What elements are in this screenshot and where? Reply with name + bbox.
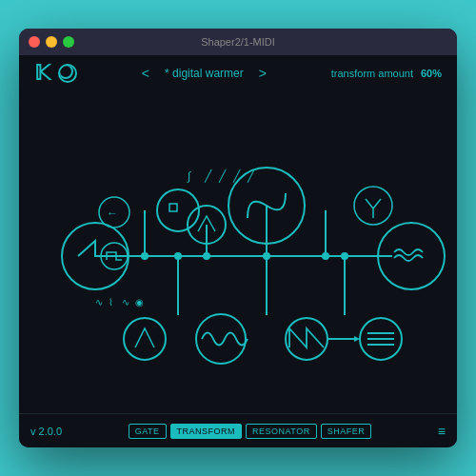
transform-value: 60% (421, 68, 442, 79)
svg-text:⌇: ⌇ (109, 297, 113, 307)
main-window: Shaper2/1-MIDI 𝕂 < * digital warmer > tr… (19, 29, 457, 447)
synth-canvas: ∫ ╱ ╱ ╱ ╱ ← (30, 91, 446, 406)
svg-point-27 (354, 187, 392, 225)
svg-text:∫: ∫ (187, 169, 191, 183)
logo-k-icon: 𝕂 (34, 63, 50, 84)
close-button[interactable] (29, 36, 40, 48)
svg-point-33 (124, 318, 166, 360)
tab-transform[interactable]: TRANSFORM (170, 424, 243, 439)
svg-text:∿: ∿ (122, 297, 129, 307)
svg-text:╱: ╱ (204, 169, 212, 183)
prev-preset-button[interactable]: < (142, 66, 149, 81)
main-content: 𝕂 < * digital warmer > transform amount … (19, 55, 457, 413)
svg-point-10 (263, 252, 270, 260)
transform-area: transform amount 60% (331, 68, 442, 79)
logo-circle-icon (58, 64, 77, 83)
tab-buttons: GATE TRANSFORM RESONATOR SHAFER (129, 424, 372, 439)
top-bar: 𝕂 < * digital warmer > transform amount … (30, 63, 446, 84)
preset-name: * digital warmer (165, 67, 244, 80)
titlebar: Shaper2/1-MIDI (19, 29, 457, 55)
svg-text:╱: ╱ (232, 169, 241, 183)
logo-area: 𝕂 (34, 63, 77, 84)
svg-text:◉: ◉ (135, 297, 144, 307)
svg-point-9 (203, 252, 210, 260)
tab-resonator[interactable]: RESONATOR (246, 424, 317, 439)
window-title: Shaper2/1-MIDI (201, 36, 275, 48)
svg-point-34 (196, 314, 246, 364)
svg-point-11 (322, 252, 329, 260)
tab-shafer[interactable]: SHAFER (321, 424, 372, 439)
bottom-bar: v 2.0.0 GATE TRANSFORM RESONATOR SHAFER … (19, 413, 457, 447)
svg-text:╱: ╱ (218, 169, 227, 183)
svg-text:∿: ∿ (95, 297, 103, 307)
synth-diagram: ∫ ╱ ╱ ╱ ╱ ← (30, 91, 446, 406)
svg-rect-24 (169, 204, 177, 211)
maximize-button[interactable] (63, 36, 74, 48)
tab-gate[interactable]: GATE (129, 424, 167, 439)
svg-text:←: ← (107, 207, 118, 220)
svg-point-13 (341, 252, 348, 260)
version-label: v 2.0.0 (30, 426, 62, 437)
transform-label: transform amount (331, 68, 413, 79)
menu-icon[interactable]: ≡ (438, 424, 446, 439)
minimize-button[interactable] (46, 36, 57, 48)
window-controls (29, 36, 74, 48)
svg-point-8 (141, 252, 149, 260)
next-preset-button[interactable]: > (259, 66, 267, 81)
svg-point-12 (174, 252, 182, 260)
nav-area: < * digital warmer > (77, 66, 331, 81)
